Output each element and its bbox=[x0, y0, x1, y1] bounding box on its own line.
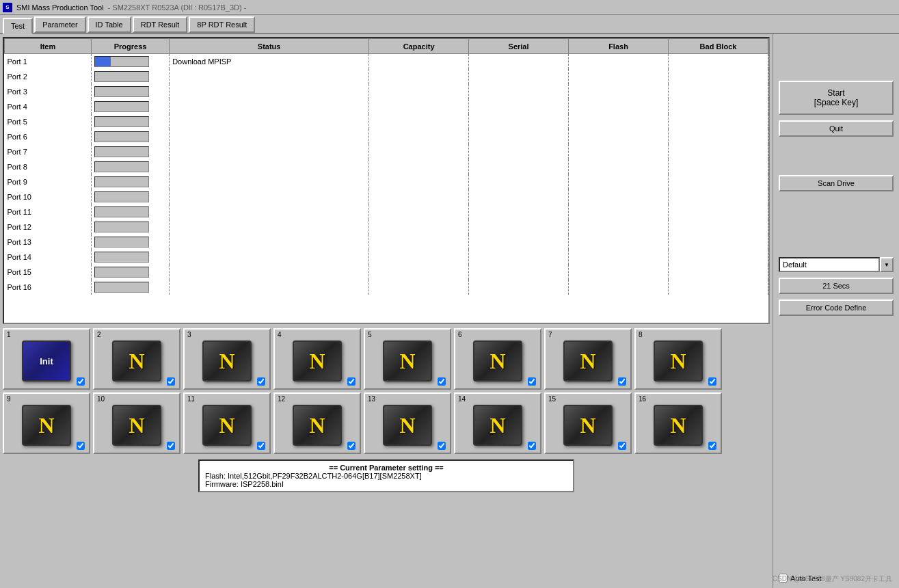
port-item-cell: Port 8 bbox=[5, 159, 92, 174]
port-number-label: 7 bbox=[548, 331, 552, 338]
port-checkbox-16[interactable] bbox=[708, 442, 716, 450]
badblock-cell bbox=[669, 265, 768, 280]
port-icon: N bbox=[383, 340, 432, 382]
port-status-cell bbox=[170, 144, 369, 159]
port-card-3: 3N bbox=[183, 328, 271, 390]
port-progress-cell bbox=[91, 69, 169, 84]
flash-cell bbox=[569, 144, 669, 159]
port-card-1: 1Init bbox=[3, 328, 90, 390]
port-checkbox-4[interactable] bbox=[347, 377, 355, 386]
port-card-6: 6N bbox=[454, 328, 541, 390]
port-checkbox-1[interactable] bbox=[77, 377, 85, 386]
mode-dropdown[interactable]: Default bbox=[779, 257, 880, 272]
start-button[interactable]: Start [Space Key] bbox=[779, 81, 894, 115]
port-checkbox-10[interactable] bbox=[167, 442, 175, 450]
port-checkbox-6[interactable] bbox=[528, 377, 536, 386]
badblock-cell bbox=[669, 114, 768, 129]
badblock-cell bbox=[669, 159, 768, 174]
col-status: Status bbox=[170, 39, 369, 54]
port-n-label: N bbox=[219, 413, 234, 438]
port-status-cell bbox=[170, 189, 369, 204]
col-flash: Flash bbox=[569, 39, 669, 54]
port-card-9: 9N bbox=[3, 392, 90, 454]
port-icon: N bbox=[563, 340, 613, 382]
dropdown-container: Default ▼ bbox=[779, 257, 894, 272]
port-status-cell bbox=[170, 280, 369, 295]
port-checkbox-5[interactable] bbox=[438, 377, 446, 386]
tab-8p-rdt-result[interactable]: 8P RDT Result bbox=[189, 16, 255, 33]
port-checkbox-2[interactable] bbox=[167, 377, 175, 386]
col-badblock: Bad Block bbox=[669, 39, 768, 54]
port-checkbox-13[interactable] bbox=[438, 442, 446, 450]
port-status-cell bbox=[170, 250, 369, 265]
watermark: CSDN @AS2258量产 YS9082开卡工具 bbox=[773, 574, 892, 584]
port-icon: N bbox=[654, 405, 703, 446]
scan-drive-button[interactable]: Scan Drive bbox=[779, 175, 894, 191]
port-number-label: 3 bbox=[187, 331, 191, 338]
port-progress-cell bbox=[91, 280, 169, 295]
capacity-cell bbox=[369, 204, 469, 219]
port-checkbox-14[interactable] bbox=[528, 442, 536, 450]
port-checkbox-9[interactable] bbox=[77, 442, 85, 450]
quit-button[interactable]: Quit bbox=[779, 120, 894, 137]
capacity-cell bbox=[369, 174, 469, 189]
app-icon: S bbox=[3, 3, 12, 12]
param-line3: Firmware: ISP2258.binI bbox=[205, 480, 567, 488]
port-number-label: 14 bbox=[458, 395, 466, 403]
port-table: Item Progress Status Capacity Serial Fla… bbox=[3, 37, 770, 324]
serial-cell bbox=[469, 204, 569, 219]
serial-cell bbox=[469, 54, 569, 69]
table-row: Port 3 bbox=[5, 84, 768, 99]
port-checkbox-8[interactable] bbox=[708, 377, 716, 386]
port-progress-cell bbox=[91, 250, 169, 265]
port-status-cell bbox=[170, 204, 369, 219]
port-n-label: N bbox=[38, 413, 54, 438]
port-checkbox-11[interactable] bbox=[257, 442, 265, 450]
port-item-cell: Port 2 bbox=[5, 69, 92, 84]
capacity-cell bbox=[369, 219, 469, 235]
port-status-cell bbox=[170, 159, 369, 174]
badblock-cell bbox=[669, 219, 768, 235]
capacity-cell bbox=[369, 235, 469, 250]
port-n-label: N bbox=[489, 349, 505, 374]
port-n-label: N bbox=[580, 413, 595, 438]
table-row: Port 4 bbox=[5, 99, 768, 114]
port-progress-cell bbox=[91, 235, 169, 250]
port-checkbox-12[interactable] bbox=[347, 442, 355, 450]
tab-parameter[interactable]: Parameter bbox=[34, 16, 85, 33]
port-item-cell: Port 13 bbox=[5, 235, 92, 250]
port-progress-cell bbox=[91, 189, 169, 204]
port-checkbox-7[interactable] bbox=[618, 377, 626, 386]
port-progress-cell bbox=[91, 204, 169, 219]
table-row: Port 9 bbox=[5, 174, 768, 189]
badblock-cell bbox=[669, 99, 768, 114]
port-item-cell: Port 6 bbox=[5, 129, 92, 144]
tab-test[interactable]: Test bbox=[3, 18, 33, 34]
serial-cell bbox=[469, 265, 569, 280]
port-icon: N bbox=[293, 405, 342, 446]
port-checkbox-15[interactable] bbox=[618, 442, 626, 450]
serial-cell bbox=[469, 114, 569, 129]
port-number-label: 12 bbox=[278, 395, 285, 403]
port-icon: Init bbox=[22, 340, 71, 382]
dropdown-arrow-icon[interactable]: ▼ bbox=[880, 257, 894, 272]
port-checkbox-3[interactable] bbox=[257, 377, 265, 386]
tab-rdt-result[interactable]: RDT Result bbox=[133, 16, 188, 33]
port-status-cell bbox=[170, 84, 369, 99]
port-status-cell bbox=[170, 235, 369, 250]
port-item-cell: Port 5 bbox=[5, 114, 92, 129]
port-number-label: 15 bbox=[548, 395, 556, 403]
port-item-cell: Port 11 bbox=[5, 204, 92, 219]
serial-cell bbox=[469, 174, 569, 189]
port-n-label: N bbox=[670, 413, 686, 438]
col-progress: Progress bbox=[91, 39, 169, 54]
tab-id-table[interactable]: ID Table bbox=[88, 16, 131, 33]
port-row-2: 9N10N11N12N13N14N15N16N bbox=[3, 392, 770, 454]
right-panel: Start [Space Key] Quit Scan Drive Defaul… bbox=[773, 34, 899, 588]
table-row: Port 8 bbox=[5, 159, 768, 174]
table-row: Port 10 bbox=[5, 189, 768, 204]
error-code-define-button[interactable]: Error Code Define bbox=[779, 299, 894, 316]
param-line2: Flash: Intel,512Gbit,PF29F32B2ALCTH2-064… bbox=[205, 472, 567, 480]
port-number-label: 13 bbox=[368, 395, 375, 403]
port-icon: N bbox=[473, 405, 522, 446]
